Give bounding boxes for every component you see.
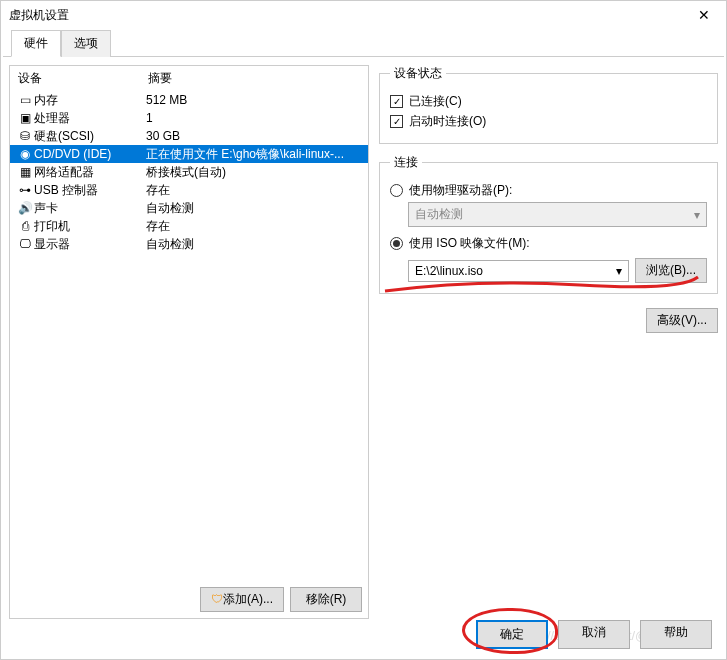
device-row[interactable]: 🖵显示器自动检测	[10, 235, 368, 253]
device-summary: 512 MB	[146, 93, 362, 107]
use-physical-label: 使用物理驱动器(P):	[409, 182, 512, 199]
device-row[interactable]: 🔊声卡自动检测	[10, 199, 368, 217]
device-name: CD/DVD (IDE)	[34, 147, 146, 161]
device-name: 网络适配器	[34, 164, 146, 181]
device-name: 处理器	[34, 110, 146, 127]
use-physical-radio[interactable]	[390, 184, 403, 197]
device-summary: 自动检测	[146, 236, 362, 253]
device-name: 显示器	[34, 236, 146, 253]
help-button[interactable]: 帮助	[640, 620, 712, 649]
connect-poweron-label: 启动时连接(O)	[409, 113, 486, 130]
device-name: 硬盘(SCSI)	[34, 128, 146, 145]
add-button[interactable]: 🛡添加(A)...	[200, 587, 284, 612]
window-title: 虚拟机设置	[9, 7, 69, 24]
device-row[interactable]: ⛁硬盘(SCSI)30 GB	[10, 127, 368, 145]
remove-button[interactable]: 移除(R)	[290, 587, 362, 612]
device-summary: 正在使用文件 E:\gho镜像\kali-linux-...	[146, 146, 362, 163]
device-summary: 桥接模式(自动)	[146, 164, 362, 181]
device-name: 声卡	[34, 200, 146, 217]
device-name: 打印机	[34, 218, 146, 235]
device-status-group: 设备状态 ✓ 已连接(C) ✓ 启动时连接(O)	[379, 65, 718, 144]
chevron-down-icon: ▾	[694, 208, 700, 222]
printer-icon: ⎙	[16, 219, 34, 233]
chevron-down-icon: ▾	[616, 264, 622, 278]
cd-icon: ◉	[16, 147, 34, 161]
connected-checkbox[interactable]: ✓	[390, 95, 403, 108]
device-row[interactable]: ⎙打印机存在	[10, 217, 368, 235]
shield-icon: 🛡	[211, 592, 223, 606]
ok-button[interactable]: 确定	[476, 620, 548, 649]
device-row[interactable]: ⊶USB 控制器存在	[10, 181, 368, 199]
usb-icon: ⊶	[16, 183, 34, 197]
connect-poweron-checkbox[interactable]: ✓	[390, 115, 403, 128]
device-summary: 自动检测	[146, 200, 362, 217]
device-name: USB 控制器	[34, 182, 146, 199]
tab-hardware[interactable]: 硬件	[11, 30, 61, 57]
device-list-panel: 设备 摘要 ▭内存512 MB▣处理器1⛁硬盘(SCSI)30 GB◉CD/DV…	[9, 65, 369, 619]
cancel-button[interactable]: 取消	[558, 620, 630, 649]
connection-legend: 连接	[390, 154, 422, 171]
device-summary: 存在	[146, 218, 362, 235]
physical-drive-combo: 自动检测 ▾	[408, 202, 707, 227]
cpu-icon: ▣	[16, 111, 34, 125]
device-list: ▭内存512 MB▣处理器1⛁硬盘(SCSI)30 GB◉CD/DVD (IDE…	[10, 91, 368, 253]
tab-bar: 硬件 选项	[3, 29, 724, 57]
browse-button[interactable]: 浏览(B)...	[635, 258, 707, 283]
connected-label: 已连接(C)	[409, 93, 462, 110]
disk-icon: ⛁	[16, 129, 34, 143]
close-icon[interactable]: ✕	[690, 7, 718, 23]
display-icon: 🖵	[16, 237, 34, 251]
connection-group: 连接 使用物理驱动器(P): 自动检测 ▾ 使用 ISO 映像文件(M): E:…	[379, 154, 718, 294]
device-row[interactable]: ◉CD/DVD (IDE)正在使用文件 E:\gho镜像\kali-linux-…	[10, 145, 368, 163]
advanced-button[interactable]: 高级(V)...	[646, 308, 718, 333]
status-legend: 设备状态	[390, 65, 446, 82]
device-row[interactable]: ▭内存512 MB	[10, 91, 368, 109]
tab-options[interactable]: 选项	[61, 30, 111, 57]
device-summary: 存在	[146, 182, 362, 199]
use-iso-label: 使用 ISO 映像文件(M):	[409, 235, 530, 252]
use-iso-radio[interactable]	[390, 237, 403, 250]
device-name: 内存	[34, 92, 146, 109]
iso-path-combo[interactable]: E:\2\linux.iso ▾	[408, 260, 629, 282]
nic-icon: ▦	[16, 165, 34, 179]
memory-icon: ▭	[16, 93, 34, 107]
device-row[interactable]: ▣处理器1	[10, 109, 368, 127]
device-summary: 30 GB	[146, 129, 362, 143]
column-device: 设备	[18, 70, 148, 87]
device-summary: 1	[146, 111, 362, 125]
device-row[interactable]: ▦网络适配器桥接模式(自动)	[10, 163, 368, 181]
sound-icon: 🔊	[16, 201, 34, 215]
column-summary: 摘要	[148, 70, 360, 87]
